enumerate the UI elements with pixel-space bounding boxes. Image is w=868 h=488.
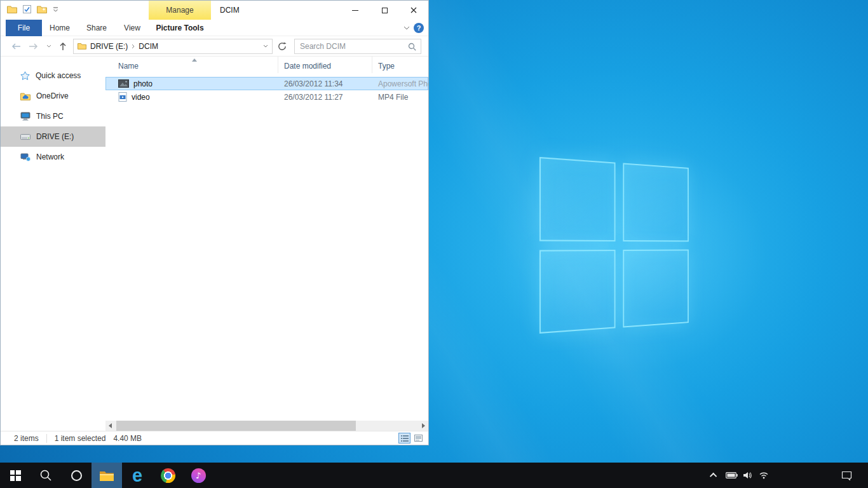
search-box bbox=[294, 39, 421, 54]
battery-tray-button[interactable] bbox=[724, 463, 739, 488]
windows-logo-pane bbox=[539, 250, 615, 334]
windows-logo bbox=[539, 157, 689, 334]
file-rows: photo 26/03/2012 11:34 Apowersoft Pho vi… bbox=[105, 77, 428, 104]
horizontal-scrollbar[interactable] bbox=[105, 421, 428, 431]
chrome-button[interactable] bbox=[153, 463, 183, 488]
windows-logo-pane bbox=[623, 249, 689, 327]
up-button[interactable] bbox=[59, 42, 67, 51]
tab-picture-tools[interactable]: Picture Tools bbox=[149, 20, 211, 36]
file-row-photo[interactable]: photo 26/03/2012 11:34 Apowersoft Pho bbox=[105, 77, 428, 90]
sidebar-item-network[interactable]: Network bbox=[1, 147, 105, 167]
this-pc-icon bbox=[20, 112, 31, 121]
edge-button[interactable] bbox=[122, 463, 153, 488]
new-folder-button-icon[interactable] bbox=[37, 5, 47, 13]
titlebar[interactable]: Manage DCIM bbox=[1, 1, 428, 20]
quick-access-toolbar bbox=[7, 5, 58, 13]
tab-view[interactable]: View bbox=[118, 20, 147, 36]
tray-expand-button[interactable] bbox=[707, 463, 722, 488]
explorer-window: Manage DCIM File Home Share View Picture… bbox=[0, 0, 429, 445]
cortana-button[interactable] bbox=[61, 463, 92, 488]
sidebar-item-label: OneDrive bbox=[36, 92, 69, 100]
drive-icon bbox=[20, 134, 31, 140]
customize-qat-chevron-icon[interactable] bbox=[53, 7, 58, 12]
sidebar-item-this-pc[interactable]: This PC bbox=[1, 106, 105, 126]
up-arrow-icon bbox=[59, 42, 67, 51]
column-headers: Name Date modified Type bbox=[105, 57, 428, 73]
breadcrumb-dcim[interactable]: DCIM bbox=[139, 42, 158, 51]
minimize-icon bbox=[352, 10, 358, 11]
thumbnail-view-icon bbox=[414, 435, 423, 442]
recent-locations-chevron-icon[interactable] bbox=[46, 44, 51, 48]
window-controls bbox=[341, 1, 428, 20]
ribbon-expand-chevron-icon[interactable] bbox=[403, 26, 410, 30]
column-header-date-modified[interactable]: Date modified bbox=[278, 57, 372, 73]
refresh-icon bbox=[278, 42, 287, 51]
forward-button[interactable] bbox=[29, 43, 39, 50]
address-bar-row: DRIVE (E:) DCIM bbox=[1, 36, 428, 57]
view-toggles bbox=[398, 433, 424, 444]
video-file-icon bbox=[118, 92, 127, 102]
details-view-icon bbox=[401, 435, 409, 442]
file-name: photo bbox=[133, 79, 153, 88]
explorer-main: Quick access OneDrive This PC DRIVE (E:) bbox=[1, 57, 428, 431]
breadcrumb-drive[interactable]: DRIVE (E:) bbox=[90, 42, 128, 51]
network-icon bbox=[20, 153, 31, 161]
column-header-type[interactable]: Type bbox=[372, 57, 428, 73]
explorer-folder-icon[interactable] bbox=[7, 5, 17, 13]
minimize-button[interactable] bbox=[341, 1, 370, 20]
sidebar-item-onedrive[interactable]: OneDrive bbox=[1, 86, 105, 106]
back-button[interactable] bbox=[11, 43, 21, 50]
action-center-icon bbox=[841, 471, 852, 480]
tab-home[interactable]: Home bbox=[44, 20, 75, 36]
volume-tray-button[interactable] bbox=[740, 463, 755, 488]
contextual-tab-manage[interactable]: Manage bbox=[149, 1, 211, 20]
windows-start-icon bbox=[10, 470, 21, 481]
tab-file[interactable]: File bbox=[6, 20, 42, 36]
file-type: MP4 File bbox=[372, 93, 428, 102]
cortana-icon bbox=[71, 470, 82, 481]
details-view-button[interactable] bbox=[398, 433, 410, 444]
onedrive-icon bbox=[20, 92, 31, 100]
file-list-area: Name Date modified Type photo 26/03/2012… bbox=[105, 57, 428, 431]
item-count: 2 items bbox=[14, 434, 39, 443]
action-center-button[interactable] bbox=[837, 463, 855, 488]
maximize-button[interactable] bbox=[370, 1, 399, 20]
sidebar-item-label: DRIVE (E:) bbox=[36, 132, 74, 141]
tab-share[interactable]: Share bbox=[81, 20, 112, 36]
taskbar-search-button[interactable] bbox=[31, 463, 61, 488]
refresh-button[interactable] bbox=[278, 42, 287, 51]
start-button[interactable] bbox=[0, 463, 31, 488]
sidebar-item-label: This PC bbox=[36, 112, 64, 121]
close-button[interactable] bbox=[399, 1, 428, 20]
search-icon bbox=[39, 469, 52, 482]
edge-icon bbox=[132, 466, 142, 485]
file-row-video[interactable]: video 26/03/2012 11:27 MP4 File bbox=[105, 90, 428, 104]
address-bar[interactable]: DRIVE (E:) DCIM bbox=[73, 39, 273, 54]
scroll-right-arrow-icon[interactable] bbox=[422, 423, 425, 428]
thumbnail-view-button[interactable] bbox=[412, 433, 424, 444]
itunes-icon bbox=[191, 468, 206, 483]
taskbar-file-explorer-button[interactable] bbox=[92, 463, 122, 488]
breadcrumb-separator-icon[interactable] bbox=[132, 44, 135, 49]
scroll-left-arrow-icon[interactable] bbox=[109, 423, 112, 428]
file-explorer-icon bbox=[99, 470, 114, 482]
maximize-icon bbox=[382, 8, 388, 13]
help-button[interactable] bbox=[414, 23, 424, 33]
close-icon bbox=[410, 7, 417, 13]
file-date-modified: 26/03/2012 11:27 bbox=[278, 93, 372, 102]
address-dropdown-chevron-icon[interactable] bbox=[263, 44, 268, 48]
battery-icon bbox=[726, 472, 738, 478]
chrome-icon bbox=[161, 468, 175, 483]
back-arrow-icon bbox=[11, 43, 21, 50]
photo-file-icon bbox=[118, 79, 129, 88]
sidebar-item-quick-access[interactable]: Quick access bbox=[1, 65, 105, 86]
sidebar-item-label: Network bbox=[36, 152, 64, 161]
sidebar-item-drive-e[interactable]: DRIVE (E:) bbox=[1, 126, 105, 147]
selection-size: 4.40 MB bbox=[113, 434, 142, 443]
itunes-button[interactable] bbox=[183, 463, 214, 488]
properties-button-icon[interactable] bbox=[23, 5, 31, 13]
search-input[interactable] bbox=[295, 39, 421, 53]
network-tray-button[interactable] bbox=[756, 463, 771, 488]
search-icon[interactable] bbox=[408, 43, 416, 51]
scrollbar-thumb[interactable] bbox=[116, 421, 356, 431]
